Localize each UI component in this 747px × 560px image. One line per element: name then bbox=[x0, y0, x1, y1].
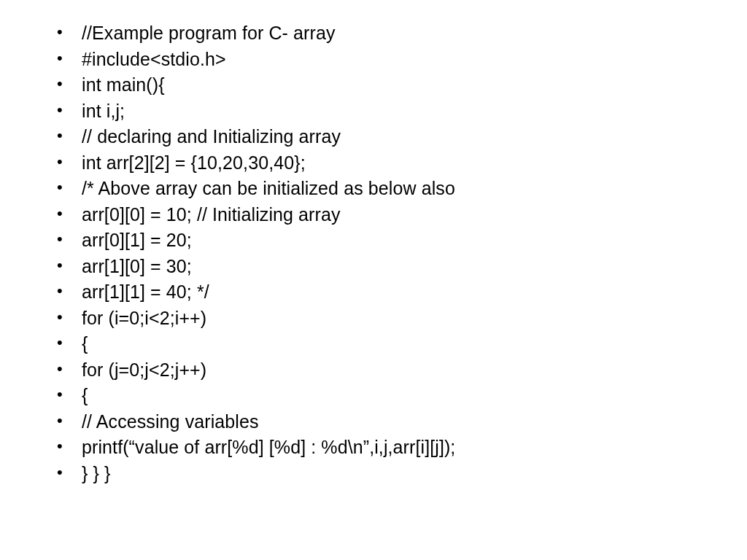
list-item: int arr[2][2] = {10,20,30,40}; bbox=[73, 150, 703, 176]
list-item: for (j=0;j<2;j++) bbox=[73, 357, 703, 384]
list-item: for (i=0;i<2;i++) bbox=[73, 306, 703, 332]
list-item: arr[1][1] = 40; */ bbox=[73, 279, 703, 306]
code-bullet-list: //Example program for C- array #include<… bbox=[44, 20, 703, 486]
list-item: int main(){ bbox=[73, 72, 703, 98]
list-item: /* Above array can be initialized as bel… bbox=[73, 176, 703, 202]
list-item: { bbox=[73, 331, 703, 357]
list-item: // Accessing variables bbox=[73, 409, 703, 435]
list-item: printf(“value of arr[%d] [%d] : %d\n”,i,… bbox=[73, 435, 703, 461]
list-item: } } } bbox=[73, 461, 703, 487]
list-item: arr[0][0] = 10; // Initializing array bbox=[73, 202, 703, 228]
list-item: int i,j; bbox=[73, 98, 703, 125]
list-item: arr[1][0] = 30; bbox=[73, 254, 703, 280]
list-item: { bbox=[73, 383, 703, 409]
list-item: #include<stdio.h> bbox=[73, 47, 703, 73]
list-item: arr[0][1] = 20; bbox=[73, 228, 703, 254]
list-item: // declaring and Initializing array bbox=[73, 124, 703, 150]
list-item: //Example program for C- array bbox=[73, 20, 703, 47]
